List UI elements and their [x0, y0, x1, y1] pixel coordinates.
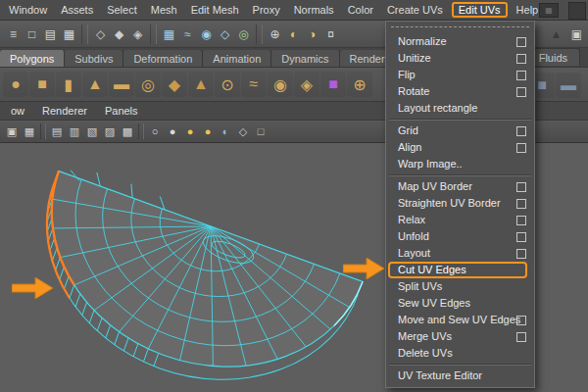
menu-item-unfold[interactable]: Unfold: [386, 228, 534, 245]
option-box-icon[interactable]: [516, 232, 526, 242]
textured-mode-icon[interactable]: ●: [181, 122, 199, 140]
use-all-lights-icon[interactable]: ●: [199, 122, 217, 140]
select-camera-icon[interactable]: ▣: [3, 122, 21, 140]
status-collapse-icon[interactable]: ≡: [4, 24, 23, 43]
menu-item-grid[interactable]: Grid: [386, 122, 534, 139]
fluid-2d-icon[interactable]: ▬: [556, 73, 581, 98]
menubar-item-edit-uvs[interactable]: Edit UVs: [452, 2, 508, 18]
safe-action-icon[interactable]: ▩: [119, 122, 136, 140]
option-box-icon[interactable]: [516, 199, 526, 209]
option-box-icon[interactable]: [516, 54, 526, 64]
shelf-tab-deformation[interactable]: Deformation: [123, 50, 203, 67]
menubar-item-mesh[interactable]: Mesh: [144, 2, 184, 18]
option-box-icon[interactable]: [516, 143, 526, 153]
selection-mask-object-icon[interactable]: ◆: [110, 24, 128, 43]
menu-item-relax[interactable]: Relax: [386, 212, 534, 228]
menu-item-split-uvs[interactable]: Split UVs: [386, 278, 534, 295]
menubar-item-select[interactable]: Select: [100, 2, 144, 18]
toolbox-icon[interactable]: ▣: [567, 25, 586, 44]
new-scene-icon[interactable]: □: [23, 24, 41, 43]
window-corner-icon[interactable]: [568, 2, 586, 20]
menu-item-layout-rectangle[interactable]: Layout rectangle: [386, 100, 534, 117]
menubar-item-create-uvs[interactable]: Create UVs: [380, 2, 450, 18]
resolution-gate-icon[interactable]: ▥: [66, 122, 83, 140]
panel-menu-renderer[interactable]: Renderer: [33, 103, 96, 119]
menu-item-layout[interactable]: Layout: [386, 245, 534, 262]
open-scene-icon[interactable]: ▤: [41, 24, 60, 43]
menubar-item-edit-mesh[interactable]: Edit Mesh: [184, 2, 246, 18]
polygon-helix-icon[interactable]: ≈: [241, 72, 267, 97]
menu-item-warp-image[interactable]: Warp Image..: [386, 156, 534, 172]
polygon-cylinder-icon[interactable]: ▮: [56, 72, 81, 97]
selection-mask-component-icon[interactable]: ◈: [128, 24, 147, 43]
isolate-select-icon[interactable]: □: [252, 122, 270, 140]
polygon-prism-icon[interactable]: ◆: [162, 72, 187, 97]
menu-tearoff-handle[interactable]: [391, 26, 529, 30]
film-gate-icon[interactable]: ▤: [48, 122, 66, 140]
menu-item-merge-uvs[interactable]: Merge UVs: [386, 328, 534, 345]
menu-item-unitize[interactable]: Unitize: [386, 50, 534, 67]
menubar-item-proxy[interactable]: Proxy: [246, 2, 287, 18]
selection-mask-hierarchy-icon[interactable]: ◇: [91, 24, 110, 43]
smooth-mesh-cube-icon[interactable]: ■: [320, 72, 346, 97]
option-box-icon[interactable]: [516, 182, 526, 192]
option-box-icon[interactable]: [516, 71, 526, 80]
option-box-icon[interactable]: [516, 316, 526, 325]
menu-item-straighten-uv-border[interactable]: Straighten UV Border: [386, 195, 534, 212]
render-current-frame-icon[interactable]: ◐: [284, 24, 303, 43]
menu-grid-icon[interactable]: ▦: [539, 3, 559, 18]
option-box-icon[interactable]: [516, 37, 526, 47]
panel-menu-panels[interactable]: Panels: [96, 103, 147, 119]
polygon-cone-icon[interactable]: ▲: [82, 72, 108, 97]
polygon-cube-icon[interactable]: ■: [29, 72, 55, 97]
menu-item-uv-texture-editor[interactable]: UV Texture Editor: [386, 368, 534, 384]
menu-item-flip[interactable]: Flip: [386, 67, 534, 83]
shadows-icon[interactable]: ◐: [217, 122, 234, 140]
menu-item-align[interactable]: Align: [386, 139, 534, 156]
option-box-icon[interactable]: [516, 126, 526, 136]
xray-mode-icon[interactable]: ◇: [234, 122, 252, 140]
polygon-sphere-icon[interactable]: ●: [3, 72, 28, 97]
menu-item-rotate[interactable]: Rotate: [386, 83, 534, 100]
menu-item-normalize[interactable]: Normalize: [386, 33, 534, 50]
polygon-pyramid-icon[interactable]: ▲: [188, 72, 214, 97]
shelf-tab-animation[interactable]: Animation: [203, 50, 271, 67]
shelf-tab-polygons[interactable]: Polygons: [0, 50, 65, 67]
menu-item-sew-uv-edges[interactable]: Sew UV Edges: [386, 295, 534, 312]
polygon-pipe-icon[interactable]: ⊙: [215, 72, 240, 97]
menu-item-delete-uvs[interactable]: Delete UVs: [386, 345, 534, 362]
option-box-icon[interactable]: [516, 216, 526, 225]
polygon-plane-icon[interactable]: ▬: [109, 72, 134, 97]
polygon-platonic-solid-icon[interactable]: ◈: [294, 72, 319, 97]
polygon-soccer-ball-icon[interactable]: ◉: [268, 72, 293, 97]
save-scene-icon[interactable]: ▦: [60, 24, 78, 43]
shelf-tab-subdivs[interactable]: Subdivs: [65, 50, 123, 67]
sculpt-geometry-icon[interactable]: ⊕: [347, 72, 372, 97]
option-box-icon[interactable]: [516, 87, 526, 97]
shelf-tab-dynamics[interactable]: Dynamics: [271, 50, 339, 67]
menu-item-map-uv-border[interactable]: Map UV Border: [386, 178, 534, 195]
grid-toggle-icon[interactable]: ▦: [21, 122, 38, 140]
snap-to-point-icon[interactable]: ◉: [197, 24, 216, 43]
option-box-icon[interactable]: [516, 332, 526, 342]
wireframe-mode-icon[interactable]: ○: [146, 122, 164, 140]
field-chart-icon[interactable]: ▨: [101, 122, 119, 140]
menu-item-cut-uv-edges[interactable]: Cut UV Edges: [388, 262, 527, 278]
snap-to-curve-icon[interactable]: ≈: [178, 24, 197, 43]
construction-history-icon[interactable]: ⊕: [266, 24, 284, 43]
menubar-item-normals[interactable]: Normals: [287, 2, 341, 18]
menubar-item-window[interactable]: Window: [2, 2, 54, 18]
gate-mask-icon[interactable]: ▧: [83, 122, 101, 140]
snap-to-plane-icon[interactable]: ◇: [216, 24, 234, 43]
polygon-torus-icon[interactable]: ◎: [135, 72, 161, 97]
shaded-mode-icon[interactable]: ●: [164, 122, 181, 140]
menu-scroll-up-icon[interactable]: ▲: [547, 25, 565, 44]
panel-menu-ow[interactable]: ow: [2, 103, 33, 119]
make-live-icon[interactable]: ◎: [234, 24, 253, 43]
menubar-item-assets[interactable]: Assets: [54, 2, 100, 18]
menu-item-move-and-sew-uv-edges[interactable]: Move and Sew UV Edges: [386, 312, 534, 328]
menubar-item-color[interactable]: Color: [341, 2, 380, 18]
option-box-icon[interactable]: [516, 249, 526, 259]
snap-to-grid-icon[interactable]: ▦: [160, 24, 178, 43]
render-settings-icon[interactable]: ¤: [321, 24, 340, 43]
